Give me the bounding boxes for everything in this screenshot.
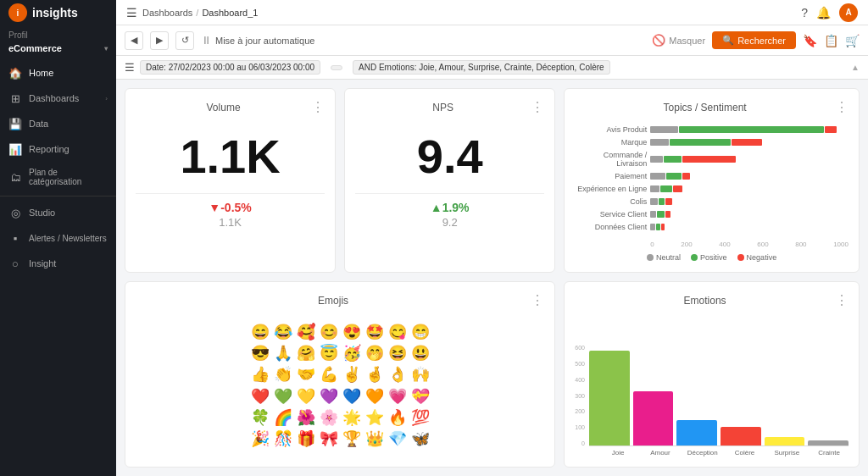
emotion-label: Crainte [810,449,849,457]
forward-button[interactable]: ▶ [150,31,169,50]
topic-label: Commande / Livraison [575,151,647,168]
topbar: ☰ Dashboards / Dashboard_1 ? 🔔 A [116,0,868,25]
sidebar-nav: 🏠 Home ⊞ Dashboards › 💾 Data 📊 Reporting… [0,60,116,476]
sidebar-item-reporting[interactable]: 📊 Reporting [0,136,116,162]
topics-axis: 02004006008001000 [575,241,849,248]
sidebar-item-insight[interactable]: ○ Insight [0,251,116,276]
breadcrumb: Dashboards / Dashboard_1 [142,8,796,18]
topic-row: Colis [575,197,849,206]
topic-label: Marque [575,138,647,147]
sidebar-profile-label: Profil [0,25,116,42]
help-icon[interactable]: ? [801,6,808,19]
nps-value: 9.4 [355,130,544,183]
sidebar-item-alertes[interactable]: ▪ Alertes / Newsletters [0,225,116,251]
sidebar-item-label: Studio [29,208,108,218]
emotion-label: Joie [598,449,637,457]
topic-row: Paiement [575,172,849,180]
topic-bars [650,156,849,163]
topic-row: Données Client [575,223,849,231]
auto-update-toggle[interactable]: ⏸ Mise à jour automatique [201,34,314,47]
sidebar-item-studio[interactable]: ◎ Studio [0,200,116,225]
filter-toggle-icon[interactable]: ☰ [125,61,135,74]
main-area: ☰ Dashboards / Dashboard_1 ? 🔔 A ◀ ▶ ↺ ⏸… [116,0,868,476]
topic-label: Paiement [575,172,647,180]
sidebar-item-label: Home [29,68,108,78]
emotions-title: Emotions [575,295,835,307]
sidebar-account[interactable]: eCommerce ▾ [0,42,116,60]
langue-tag [331,65,342,70]
topics-card: Topics / Sentiment ⋮ Avis ProduitMarqueC… [564,88,860,273]
reload-button[interactable]: ↺ [175,31,194,50]
sidebar-item-label: Plan de catégorisation [29,168,108,186]
emotion-bar [633,391,674,446]
volume-menu-icon[interactable]: ⋮ [311,99,325,115]
topics-chart: Avis ProduitMarqueCommande / LivraisonPa… [575,122,849,239]
sidebar-logo: i insights [0,0,116,25]
account-name: eCommerce [8,43,62,53]
nps-menu-icon[interactable]: ⋮ [531,99,544,115]
hamburger-icon[interactable]: ☰ [126,6,137,19]
volume-card-header: Volume ⋮ [136,99,325,115]
chevron-down-icon: ▾ [104,45,108,53]
volume-title: Volume [136,102,311,113]
topic-bars [650,173,849,180]
sidebar-item-dashboards[interactable]: ⊞ Dashboards › [0,86,116,111]
breadcrumb-dashboards[interactable]: Dashboards [142,8,192,18]
nps-prev: 9.2 [355,216,544,229]
studio-icon: ◎ [8,206,22,219]
bookmark-icon[interactable]: 🔖 [803,34,817,47]
plan-icon: 🗂 [8,170,22,184]
emojis-content: 😄 😂 🥰 😊 😍 🤩 😋 😁 😎 🙏 🤗 😇 🥳 🤭 😆 😃 👍 👏 🤝 💪 … [136,315,544,457]
filterbar: ◀ ▶ ↺ ⏸ Mise à jour automatique 🚫 Masque… [116,25,868,56]
sidebar-item-plan[interactable]: 🗂 Plan de catégorisation [0,162,116,192]
emotions-card-header: Emotions ⋮ [575,292,849,308]
auto-update-label: Mise à jour automatique [215,36,314,46]
list-icon[interactable]: 📋 [824,34,838,47]
insight-icon: ○ [8,257,22,270]
breadcrumb-separator: / [196,8,198,18]
volume-card: Volume ⋮ 1.1K ▼-0.5% 1.1K [125,88,336,273]
eye-off-icon: 🚫 [652,34,665,47]
topic-label: Avis Produit [575,125,647,134]
avatar[interactable]: A [839,3,858,22]
nps-card-header: NPS ⋮ [355,99,544,115]
reporting-icon: 📊 [8,142,22,156]
emotion-bar [765,437,805,446]
collapse-icon[interactable]: ▲ [851,63,860,72]
emotions-menu-icon[interactable]: ⋮ [835,292,849,308]
topic-label: Service Client [575,210,647,219]
emotion-bar [589,351,630,446]
emotions-tag[interactable]: AND Emotions: Joie, Amour, Surprise, Cra… [353,60,610,75]
sidebar-item-label: Insight [29,258,108,268]
sidebar-item-data[interactable]: 💾 Data [0,111,116,136]
search-button[interactable]: 🔍 Rechercher [712,31,796,49]
back-button[interactable]: ◀ [125,31,143,50]
emotion-bar [808,440,849,446]
topic-row: Expérience en Ligne [575,185,849,193]
sidebar-item-label: Reporting [29,144,108,154]
data-icon: 💾 [8,117,22,130]
topics-menu-icon[interactable]: ⋮ [835,99,849,115]
search-icon: 🔍 [722,35,734,46]
topic-row: Marque [575,138,849,147]
nps-change: ▲1.9% [355,201,544,214]
hide-button[interactable]: 🚫 Masquer [652,34,705,47]
emojis-menu-icon[interactable]: ⋮ [531,292,544,308]
topic-bars [650,211,849,218]
cart-icon[interactable]: 🛒 [845,34,860,47]
sidebar-item-home[interactable]: 🏠 Home [0,60,116,86]
emotions-card: Emotions ⋮ 6005004003002001000 JoieAmour… [564,281,860,468]
sidebar-item-label: Data [29,119,108,129]
topic-label: Colis [575,197,647,206]
chevron-right-icon: › [105,95,108,102]
emojis-card: Emojis ⋮ 😄 😂 🥰 😊 😍 🤩 😋 😁 😎 🙏 🤗 😇 🥳 🤭 😆 😃… [125,281,555,468]
emoji-cluster: 😄 😂 🥰 😊 😍 🤩 😋 😁 😎 🙏 🤗 😇 🥳 🤭 😆 😃 👍 👏 🤝 💪 … [251,322,430,450]
topic-row: Avis Produit [575,125,849,134]
bell-icon[interactable]: 🔔 [816,6,831,19]
date-tag[interactable]: Date: 27/02/2023 00:00 au 06/03/2023 00:… [140,60,320,75]
logo-icon: i [8,3,27,22]
volume-change: ▼-0.5% [136,201,325,214]
alertes-icon: ▪ [8,231,22,245]
app-name: insights [32,6,78,19]
topics-legend: Neutral Positive Negative [575,253,849,262]
